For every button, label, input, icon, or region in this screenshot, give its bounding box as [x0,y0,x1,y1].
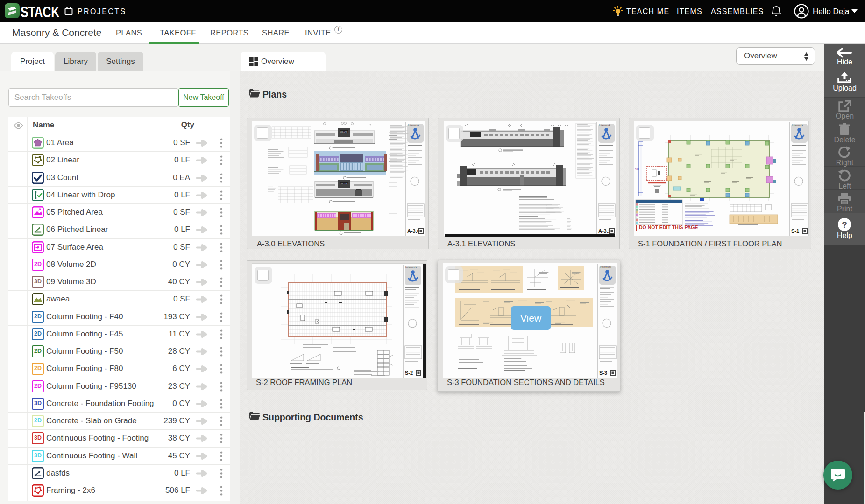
svg-text:90: 90 [635,168,639,171]
svg-text:S-2: S-2 [405,370,413,376]
svg-text:Interwork: Interwork [600,266,612,268]
svg-text:A-3.1: A-3.1 [598,228,611,234]
svg-text:Interwork: Interwork [599,124,611,126]
svg-text:Interwork: Interwork [792,124,804,126]
svg-text:S-3: S-3 [599,370,607,376]
svg-text:A-3.0: A-3.0 [407,228,420,234]
svg-text:S-1: S-1 [791,228,799,234]
svg-text:DO NOT EDIT THIS PAGE: DO NOT EDIT THIS PAGE [639,224,698,230]
svg-text:Interwork: Interwork [405,266,418,269]
svg-text:DULUTH: DULUTH [340,182,347,185]
svg-text:?: ? [842,220,847,230]
svg-text:DULUTH: DULUTH [340,131,347,133]
svg-text:Interwork: Interwork [408,124,420,126]
